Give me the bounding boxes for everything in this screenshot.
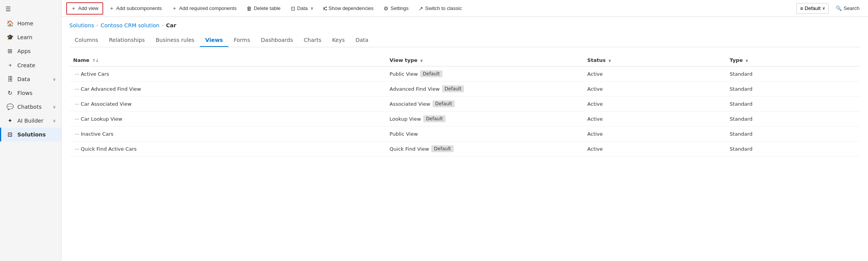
tab-views[interactable]: Views	[200, 34, 228, 47]
sidebar-item-chatbots[interactable]: 💬 Chatbots ∨	[0, 100, 61, 114]
data-toolbar-icon: ⊡	[291, 5, 295, 12]
cell-status: Active	[583, 111, 726, 126]
tab-dashboards[interactable]: Dashboards	[256, 34, 298, 47]
cell-type: Standard	[726, 141, 860, 156]
add-req-icon: ＋	[172, 5, 177, 12]
row-more-button[interactable]: ···	[73, 145, 81, 153]
sidebar-item-solutions[interactable]: ⊡ Solutions	[0, 128, 61, 141]
data-button[interactable]: ⊡ Data ∨	[287, 3, 318, 14]
row-more-button[interactable]: ···	[73, 115, 81, 123]
default-badge: Default	[432, 100, 455, 107]
col-header-status[interactable]: Status ∨	[583, 54, 726, 66]
tab-columns[interactable]: Columns	[69, 34, 104, 47]
row-more-button[interactable]: ···	[73, 130, 81, 138]
cell-name: ···Car Lookup View	[69, 111, 386, 126]
add-required-button[interactable]: ＋ Add required components	[168, 3, 241, 14]
cell-name: ···Active Cars	[69, 66, 386, 81]
tab-forms[interactable]: Forms	[228, 34, 256, 47]
show-dependencies-button[interactable]: ⑆ Show dependencies	[319, 3, 378, 14]
breadcrumb-separator-1: ›	[96, 23, 98, 28]
tab-relationships[interactable]: Relationships	[104, 34, 150, 47]
row-more-button[interactable]: ···	[73, 100, 81, 108]
sort-icon: ↑↓	[92, 58, 99, 63]
add-view-button[interactable]: ＋ Add view	[66, 2, 103, 15]
tab-data[interactable]: Data	[350, 34, 374, 47]
search-label: Search	[844, 5, 860, 11]
switch-classic-label: Switch to classic	[425, 5, 462, 11]
hamburger-menu[interactable]: ☰	[0, 2, 61, 17]
sidebar-item-apps[interactable]: ⊞ Apps	[0, 44, 61, 58]
sidebar-item-label: Flows	[17, 90, 32, 96]
default-badge: Default	[442, 85, 464, 92]
col-header-view-type[interactable]: View type ∨	[386, 54, 584, 66]
cell-status: Active	[583, 96, 726, 111]
cell-status: Active	[583, 66, 726, 81]
home-icon: 🏠	[7, 20, 13, 27]
default-button[interactable]: ≡ Default ∨	[796, 3, 828, 14]
sidebar-item-ai-builder[interactable]: ✦ AI Builder ∨	[0, 114, 61, 128]
col-type-label: Type	[730, 57, 743, 63]
tab-charts[interactable]: Charts	[298, 34, 327, 47]
toolbar-right: ≡ Default ∨ 🔍 Search	[796, 3, 863, 14]
add-subcomponents-label: Add subcomponents	[116, 5, 162, 11]
col-view-type-label: View type	[390, 57, 417, 63]
col-header-type[interactable]: Type ∨	[726, 54, 860, 66]
cell-name: ···Car Associated View	[69, 96, 386, 111]
cell-view-type: Advanced Find ViewDefault	[386, 81, 584, 96]
row-name: Active Cars	[81, 71, 109, 77]
view-type-text: Advanced Find View	[390, 86, 440, 92]
cell-view-type: Public View	[386, 126, 584, 141]
search-icon: 🔍	[836, 5, 842, 11]
filter-icon: ∨	[420, 58, 423, 63]
lines-icon: ≡	[800, 5, 803, 12]
tab-bar: Columns Relationships Business rules Vie…	[69, 34, 860, 47]
row-more-button[interactable]: ···	[73, 85, 81, 93]
col-name-label: Name	[73, 57, 89, 63]
search-button[interactable]: 🔍 Search	[832, 3, 863, 13]
sidebar-item-create[interactable]: ＋ Create	[0, 58, 61, 72]
cell-type: Standard	[726, 96, 860, 111]
default-badge: Default	[423, 115, 446, 122]
add-subcomponents-button[interactable]: ＋ Add subcomponents	[105, 3, 166, 14]
switch-classic-button[interactable]: ↗ Switch to classic	[414, 3, 466, 14]
dependencies-icon: ⑆	[323, 5, 327, 12]
filter-icon: ∨	[608, 58, 611, 63]
breadcrumb-contoso[interactable]: Contoso CRM solution	[101, 22, 159, 28]
sidebar-item-flows[interactable]: ↻ Flows	[0, 86, 61, 100]
breadcrumb-separator-2: ›	[162, 23, 164, 28]
breadcrumb-solutions[interactable]: Solutions	[69, 22, 94, 28]
apps-icon: ⊞	[7, 48, 13, 55]
table-row: ···Car Associated ViewAssociated ViewDef…	[69, 96, 860, 111]
view-type-text: Public View	[390, 71, 418, 77]
add-icon: ＋	[71, 5, 76, 12]
sidebar-item-label: AI Builder	[17, 118, 44, 124]
views-table: Name ↑↓ View type ∨ Status ∨ Type ∨	[69, 54, 860, 156]
main-area: ＋ Add view ＋ Add subcomponents ＋ Add req…	[62, 0, 868, 261]
learn-icon: 🎓	[7, 34, 13, 41]
tab-keys[interactable]: Keys	[327, 34, 350, 47]
col-header-name[interactable]: Name ↑↓	[69, 54, 386, 66]
row-more-button[interactable]: ···	[73, 70, 81, 78]
sidebar-item-learn[interactable]: 🎓 Learn	[0, 30, 61, 44]
table-row: ···Inactive CarsPublic ViewActiveStandar…	[69, 126, 860, 141]
sidebar-item-label: Create	[17, 62, 35, 68]
add-sub-icon: ＋	[109, 5, 114, 12]
settings-button[interactable]: ⚙ Settings	[379, 3, 413, 14]
col-status-label: Status	[587, 57, 606, 63]
cell-view-type: Quick Find ViewDefault	[386, 141, 584, 156]
cell-status: Active	[583, 126, 726, 141]
add-view-label: Add view	[78, 5, 99, 11]
row-name: Inactive Cars	[81, 131, 114, 137]
cell-name: ···Inactive Cars	[69, 126, 386, 141]
delete-table-button[interactable]: 🗑 Delete table	[242, 3, 285, 14]
cell-view-type: Lookup ViewDefault	[386, 111, 584, 126]
sidebar-item-data[interactable]: 🗄 Data ∨	[0, 72, 61, 86]
create-icon: ＋	[7, 62, 13, 69]
cell-view-type: Associated ViewDefault	[386, 96, 584, 111]
ai-builder-icon: ✦	[7, 117, 13, 124]
tab-business-rules[interactable]: Business rules	[150, 34, 200, 47]
breadcrumb-current: Car	[166, 22, 176, 28]
chevron-down-icon: ∨	[310, 6, 313, 11]
sidebar-item-home[interactable]: 🏠 Home	[0, 17, 61, 30]
row-name: Car Associated View	[81, 101, 132, 107]
